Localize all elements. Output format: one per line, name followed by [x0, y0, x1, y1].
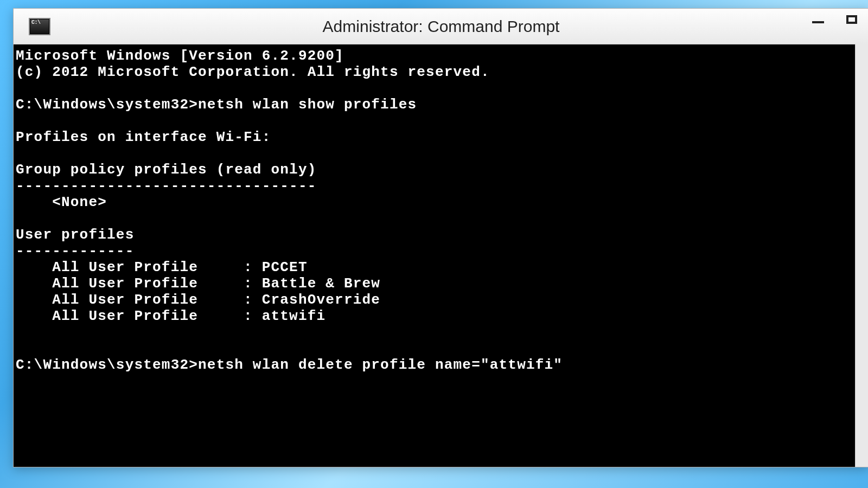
- desktop-background: Administrator: Command Prompt Microsoft …: [0, 0, 868, 488]
- minimize-icon: [812, 21, 824, 23]
- vertical-scrollbar[interactable]: [855, 44, 868, 467]
- cmd-icon: [29, 18, 50, 35]
- window-title: Administrator: Command Prompt: [14, 17, 868, 36]
- minimize-button[interactable]: [801, 9, 835, 30]
- window-titlebar[interactable]: Administrator: Command Prompt: [14, 9, 868, 44]
- command-prompt-window: Administrator: Command Prompt Microsoft …: [13, 8, 868, 467]
- maximize-icon: [846, 15, 857, 24]
- window-controls: [801, 9, 868, 30]
- terminal-output[interactable]: Microsoft Windows [Version 6.2.9200] (c)…: [14, 44, 868, 467]
- maximize-button[interactable]: [835, 9, 868, 30]
